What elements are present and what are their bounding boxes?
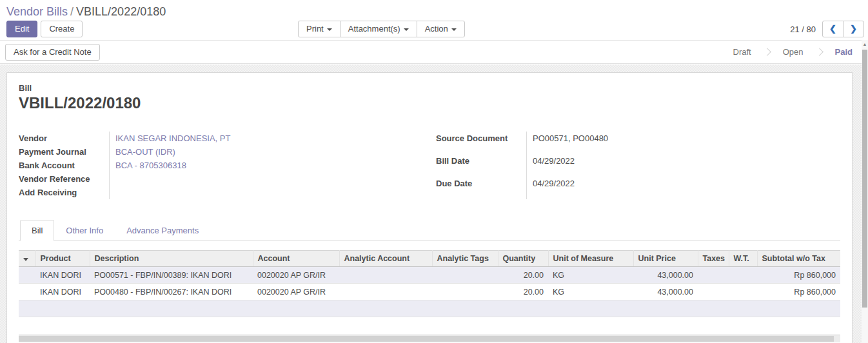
scroll-up-icon[interactable]: ▲ (862, 40, 868, 48)
statusbar-states: Draft Open Paid (729, 47, 856, 57)
pager-next-button[interactable]: ❯ (843, 21, 864, 37)
doc-type-label: Bill (19, 83, 840, 93)
tab-advance-payments[interactable]: Advance Payments (115, 220, 210, 241)
table-row[interactable]: IKAN DORI PO00480 - FBP/IN/00267: IKAN D… (19, 284, 840, 300)
cell-wt (729, 267, 757, 284)
action-menu-label: Action (425, 24, 448, 34)
bank-account-value[interactable]: BCA - 8705306318 (109, 159, 423, 172)
tab-bill[interactable]: Bill (20, 220, 54, 241)
horizontal-scrollbar[interactable] (19, 335, 840, 342)
add-receiving-value (109, 186, 423, 199)
column-quantity[interactable]: Quantity (498, 251, 548, 267)
create-button[interactable]: Create (41, 21, 83, 37)
record-buttons: Edit Create (6, 21, 83, 37)
chevron-separator-icon (763, 48, 771, 56)
vendor-label: Vendor (19, 132, 109, 145)
horizontal-scrollbar-thumb[interactable] (19, 336, 834, 342)
cell-analytic-tags (432, 267, 498, 284)
vertical-scrollbar[interactable]: ▲ (862, 40, 868, 343)
column-description[interactable]: Description (90, 251, 253, 267)
chevron-right-icon: ❯ (850, 24, 857, 34)
breadcrumb-vendor-bills-link[interactable]: Vendor Bills (6, 5, 68, 18)
cell-unit-price: 43,000.00 (633, 284, 698, 300)
column-wt[interactable]: W.T. (729, 251, 757, 267)
ask-credit-note-button[interactable]: Ask for a Credit Note (5, 44, 100, 61)
edit-button[interactable]: Edit (6, 21, 37, 37)
cell-subtotal: Rp 860,000 (757, 284, 840, 300)
cell-description: PO00480 - FBP/IN/00267: IKAN DORI (90, 284, 253, 300)
caret-down-icon (451, 28, 457, 31)
tab-other-info[interactable]: Other Info (54, 220, 115, 241)
vendor-reference-label: Vendor Reference (19, 172, 109, 186)
bill-lines-body: IKAN DORI PO00571 - FBP/IN/00389: IKAN D… (19, 267, 840, 317)
pager: 21 / 80 ❮ ❯ (790, 21, 864, 37)
chevron-left-icon: ❮ (829, 24, 836, 34)
cell-taxes (698, 284, 729, 300)
bill-date-value: 04/29/2022 (526, 154, 840, 177)
cell-quantity: 20.00 (498, 284, 548, 300)
caret-down-icon (327, 28, 332, 31)
source-document-label: Source Document (436, 132, 526, 154)
breadcrumb-separator: / (68, 5, 76, 18)
bank-account-label: Bank Account (19, 159, 109, 172)
cell-account: 0020020 AP GR/IR (253, 267, 339, 284)
cell-analytic-account (339, 267, 432, 284)
cell-analytic-account (339, 284, 432, 300)
column-analytic-account[interactable]: Analytic Account (339, 251, 432, 267)
breadcrumb: Vendor Bills/VBILL/2022/0180 (6, 4, 862, 19)
table-row[interactable]: IKAN DORI PO00571 - FBP/IN/00389: IKAN D… (19, 267, 840, 284)
due-date-value: 04/29/2022 (526, 177, 840, 199)
attachments-menu-label: Attachment(s) (348, 24, 400, 34)
vendor-value[interactable]: IKAN SEGAR INDONESIA, PT (109, 132, 423, 145)
print-menu-button[interactable]: Print (298, 21, 340, 37)
empty-filler-row (19, 300, 840, 317)
action-menu-button[interactable]: Action (417, 21, 465, 37)
state-open[interactable]: Open (779, 47, 807, 57)
column-product[interactable]: Product (35, 251, 90, 267)
notebook-tabs: Bill Other Info Advance Payments (19, 220, 840, 241)
form-view-background: Bill VBILL/2022/0180 Vendor IKAN SEGAR I… (0, 64, 868, 343)
cell-product: IKAN DORI (35, 267, 90, 284)
pager-buttons: ❮ ❯ (822, 21, 864, 37)
state-draft[interactable]: Draft (729, 47, 755, 57)
column-unit-of-measure[interactable]: Unit of Measure (548, 251, 633, 267)
vendor-reference-value (109, 172, 423, 186)
column-subtotal[interactable]: Subtotal w/o Tax (757, 251, 840, 267)
column-unit-price[interactable]: Unit Price (633, 251, 698, 267)
table-header-row: Product Description Account Analytic Acc… (19, 251, 840, 267)
column-analytic-tags[interactable]: Analytic Tags (432, 251, 498, 267)
add-receiving-label: Add Receiving (19, 186, 109, 199)
field-groups: Vendor IKAN SEGAR INDONESIA, PT Payment … (19, 132, 840, 199)
optional-columns-toggle[interactable] (19, 251, 35, 267)
cell-quantity: 20.00 (498, 267, 548, 284)
cell-account: 0020020 AP GR/IR (253, 284, 339, 300)
column-account[interactable]: Account (253, 251, 339, 267)
column-taxes[interactable]: Taxes (698, 251, 729, 267)
page-title: VBILL/2022/0180 (19, 94, 840, 112)
cell-wt (729, 284, 757, 300)
cell-unit-price: 43,000.00 (633, 267, 698, 284)
cell-taxes (698, 267, 729, 284)
control-panel: Vendor Bills/VBILL/2022/0180 Edit Create… (0, 0, 868, 41)
cell-subtotal: Rp 860,000 (757, 267, 840, 284)
print-menu-label: Print (306, 24, 324, 34)
caret-down-icon (23, 258, 28, 261)
field-group-left: Vendor IKAN SEGAR INDONESIA, PT Payment … (19, 132, 423, 199)
cell-product: IKAN DORI (35, 284, 90, 300)
bill-date-label: Bill Date (436, 154, 526, 177)
due-date-label: Due Date (436, 177, 526, 199)
breadcrumb-current: VBILL/2022/0180 (76, 5, 166, 18)
cell-description: PO00571 - FBP/IN/00389: IKAN DORI (90, 267, 253, 284)
payment-journal-value[interactable]: BCA-OUT (IDR) (109, 145, 423, 159)
pager-previous-button[interactable]: ❮ (822, 21, 843, 37)
cell-analytic-tags (432, 284, 498, 300)
state-paid[interactable]: Paid (831, 47, 856, 57)
chevron-separator-icon (815, 48, 824, 56)
pager-counter: 21 / 80 (790, 24, 816, 34)
cell-unit-of-measure: KG (548, 284, 633, 300)
action-menus: Print Attachment(s) Action (298, 21, 465, 37)
attachments-menu-button[interactable]: Attachment(s) (340, 21, 417, 37)
bill-lines-table: Product Description Account Analytic Acc… (19, 250, 840, 317)
bill-sheet: Bill VBILL/2022/0180 Vendor IKAN SEGAR I… (6, 72, 853, 343)
vertical-scrollbar-thumb[interactable] (862, 50, 867, 308)
